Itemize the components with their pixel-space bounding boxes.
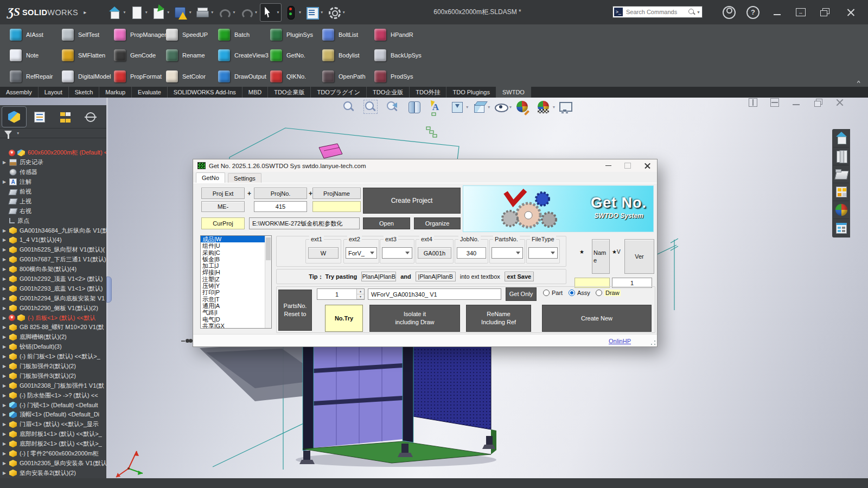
category-item[interactable]: 示意|T (201, 296, 265, 303)
dialog-close-button[interactable] (637, 159, 657, 172)
category-item[interactable]: 加工|J (201, 262, 265, 269)
doc-window-button[interactable] (791, 97, 802, 108)
ribbon-tool-button[interactable]: ProdSys (369, 70, 421, 82)
tree-item[interactable]: ▶ ▼ 顶帽<1> (Default) <Default_Di (3, 410, 106, 420)
stepper-up-icon[interactable]: ▲ (357, 289, 364, 294)
view-tool-button[interactable]: ▼ (450, 100, 469, 114)
proj-ext-value[interactable]: ME- (201, 201, 245, 212)
minimize-button[interactable] (765, 0, 789, 24)
radio-assy[interactable]: Assy (569, 290, 590, 296)
chevron-down-icon[interactable]: ▼ (167, 10, 170, 14)
stepper-down-icon[interactable]: ▼ (357, 294, 364, 300)
plan-b-button[interactable]: |PlanA|PlanB (416, 272, 456, 281)
ribbon-tool-button[interactable]: SetColor (161, 70, 213, 82)
radio-draw[interactable]: Draw (596, 290, 621, 296)
tree-item[interactable]: ▶ ▼ 门眉<1> (默认) <<默认>_显示 (3, 420, 106, 429)
graphics-area[interactable]: ▼ ▼ ▼ ▼ ▼ (0, 98, 868, 478)
ribbon-tool-button[interactable]: CreateView3 (213, 49, 265, 61)
ext3-combo[interactable] (382, 247, 412, 259)
create-new-button[interactable]: Create New (542, 305, 652, 332)
restore-button[interactable] (813, 0, 837, 24)
chevron-down-icon[interactable]: ▼ (509, 105, 513, 109)
command-tab[interactable]: TDOプラグイン (311, 87, 367, 98)
ver-button[interactable]: Ver (624, 239, 654, 274)
command-tab[interactable]: TDO Plugings (446, 87, 496, 98)
partsno-combo[interactable] (492, 247, 523, 259)
chevron-down-icon[interactable]: ▼ (188, 10, 192, 14)
dialog-maximize-button[interactable] (618, 159, 637, 172)
doc-window-button[interactable] (769, 97, 780, 108)
command-tab[interactable]: TDO外挂 (410, 87, 446, 98)
ribbon-tool-button[interactable]: Bodylist (317, 49, 369, 61)
tree-item[interactable]: ▶ ▼ (-) 防水垫圈<1> ->? (默认) << (3, 390, 106, 400)
panel-tab-button[interactable] (28, 107, 52, 127)
panel-tab-button[interactable] (2, 107, 26, 127)
no-try-button[interactable]: No.Try (325, 305, 363, 332)
ribbon-tool-button[interactable]: BackUpSys (369, 49, 421, 61)
tree-item[interactable]: ▶ ▼ G001h7687_下后三通1 V1(默认) (3, 255, 106, 265)
category-item[interactable]: 组件|U (201, 242, 265, 249)
resize-grip[interactable] (650, 339, 656, 346)
tree-item[interactable]: ▶ ▼ (-) 门锁<1> (Default) <Default (3, 400, 106, 410)
tree-item[interactable]: ▶ ▼ G001h5225_纵向型材 V1(默认)( (3, 245, 106, 255)
tree-item[interactable]: ▶ ▼ G001h2308_门板加强件1 V1(默 (3, 381, 106, 390)
tree-item[interactable]: ▶ ▼ G001h2292_顶盖 V1<2> (默认) (3, 274, 106, 284)
category-item[interactable]: 焊接|H (201, 269, 265, 275)
radio-dot[interactable] (596, 290, 602, 296)
expand-arrow-icon[interactable]: ▶ (3, 441, 9, 446)
expand-arrow-icon[interactable]: ▶ (3, 286, 9, 291)
tree-item[interactable]: ▶ ▼ 注解 (3, 177, 106, 187)
expand-arrow-icon[interactable]: ▶ (3, 335, 9, 339)
ext2-combo[interactable]: ForV_ (346, 247, 377, 259)
ribbon-tool-button[interactable]: OpenPath (317, 70, 369, 82)
ribbon-collapse-icon[interactable]: ^ (857, 80, 860, 85)
expand-arrow-icon[interactable]: ▶ (3, 277, 9, 281)
curproj-path[interactable]: E:\WORK\ME-272钣金机柜参数化 (249, 217, 360, 229)
tree-item[interactable]: ▶ ▼ (-) 前门板<1> (默认) <<默认>_ (3, 352, 106, 362)
chevron-down-icon[interactable]: ▼ (298, 10, 302, 14)
chevron-down-icon[interactable]: ▼ (254, 10, 258, 14)
tree-item[interactable]: ▶ ▼ GA001h34684_九折纵向条 V1(默 (3, 226, 106, 235)
expand-arrow-icon[interactable]: ▶ (3, 364, 9, 369)
chevron-down-icon[interactable]: ▼ (342, 10, 346, 14)
proj-ext-button[interactable]: Proj Ext (201, 188, 245, 199)
solidworks-logo[interactable]: ƷS SOLIDWORKS ▸ (0, 5, 90, 19)
search-commands-box[interactable]: >_ ▼ (612, 6, 703, 18)
organize-button[interactable]: Organize (414, 217, 461, 229)
tree-item[interactable]: ▶ ▼ 原点 (3, 216, 106, 226)
tree-item[interactable]: ▶ ▼ (-) 后板<1> (默认) <<默认 (3, 313, 106, 323)
ribbon-tool-button[interactable]: GetNo. (265, 49, 317, 61)
ribbon-tool-button[interactable]: Batch (213, 29, 265, 41)
expand-arrow-icon[interactable]: ▶ (3, 471, 9, 476)
category-item[interactable]: 采购|C (201, 249, 265, 256)
chevron-down-icon[interactable]: ▼ (210, 10, 214, 14)
view-tool-button[interactable]: ▼ (429, 100, 448, 114)
ribbon-tool-button[interactable]: SpeedUP (161, 29, 213, 41)
expand-arrow-icon[interactable]: ▶ (3, 160, 9, 165)
view-tool-button[interactable]: ▼ (342, 100, 361, 114)
ribbon-tool-button[interactable]: SMFlatten (56, 49, 108, 61)
ribbon-tool-button[interactable]: DigitalModel (56, 70, 108, 82)
ribbon-tool-button[interactable]: PropFormat (108, 70, 161, 82)
category-item[interactable]: 通用|A (201, 303, 265, 309)
quick-tool-button[interactable]: ▼ (283, 4, 303, 21)
tab-settings[interactable]: Settings (228, 173, 261, 183)
user-account-icon[interactable] (717, 0, 741, 24)
expand-arrow-icon[interactable]: ▶ (3, 354, 9, 359)
proj-no-input[interactable]: 415 (254, 201, 307, 212)
expand-arrow-icon[interactable]: ▶ (3, 393, 9, 398)
radio-dot[interactable] (543, 290, 550, 296)
span-displays-button[interactable] (789, 0, 813, 24)
task-pane-button[interactable] (833, 165, 849, 183)
ribbon-tool-button[interactable]: Rename (161, 49, 213, 61)
get-only-button[interactable]: Get Only (506, 287, 537, 301)
partsno-reset-button[interactable]: PartsNo.Reset to (278, 290, 312, 331)
panel-tab-button[interactable] (79, 107, 103, 127)
tree-item[interactable]: ▶ ▼ 历史记录 (3, 158, 106, 168)
proj-name-button[interactable]: ProjName (312, 188, 361, 199)
expand-arrow-icon[interactable]: ▶ (3, 247, 9, 252)
expand-arrow-icon[interactable]: ▶ (3, 461, 9, 466)
quick-tool-button[interactable]: ▼ (151, 4, 171, 21)
listbox-scrollbar[interactable] (265, 236, 271, 328)
tree-item[interactable]: ▶ ▼ 铰链(Default)(3) (3, 342, 106, 352)
